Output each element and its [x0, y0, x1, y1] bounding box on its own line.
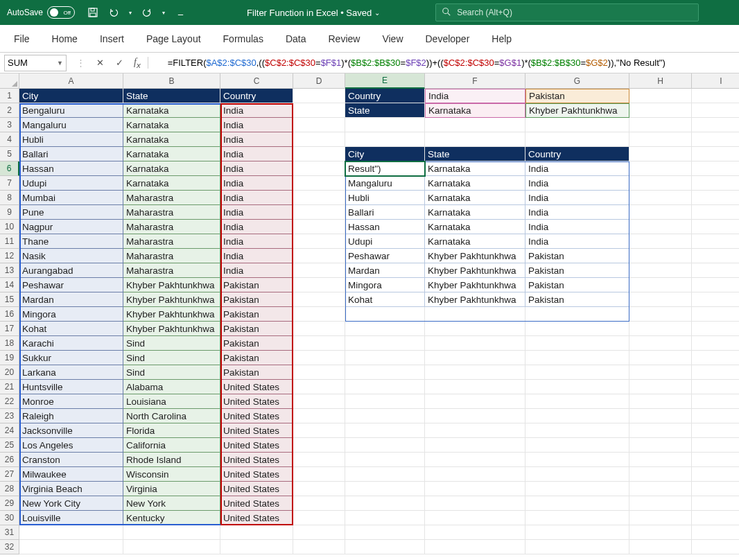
row-header-31[interactable]: 31 [0, 525, 19, 540]
cell-C31[interactable] [220, 525, 293, 540]
document-title[interactable]: Filter Function in Excel • Saved ⌄ [247, 8, 380, 18]
save-icon[interactable] [87, 7, 98, 18]
column-header-G[interactable]: G [525, 73, 629, 89]
cell-A25[interactable]: Los Angeles [19, 438, 123, 453]
enter-icon[interactable]: ✓ [114, 58, 124, 68]
cell-G21[interactable] [525, 380, 629, 394]
cell-E12[interactable]: Peshawar [345, 249, 425, 263]
cell-H25[interactable] [629, 438, 692, 453]
cell-G14[interactable]: Pakistan [525, 278, 629, 292]
cell-G8[interactable]: India [525, 191, 629, 205]
cell-H18[interactable] [629, 336, 692, 351]
cell-E26[interactable] [345, 453, 425, 467]
cell-I19[interactable] [692, 351, 739, 365]
cell-I23[interactable] [692, 409, 739, 423]
cell-D23[interactable] [293, 409, 345, 423]
cell-B5[interactable]: Karnataka [123, 147, 220, 161]
cell-B20[interactable]: Sind [123, 365, 220, 380]
row-header-1[interactable]: 1 [0, 89, 19, 103]
cell-B8[interactable]: Maharastra [123, 191, 220, 205]
row-header-15[interactable]: 15 [0, 292, 19, 307]
cell-A7[interactable]: Udupi [19, 176, 123, 191]
cell-D32[interactable] [293, 540, 345, 554]
cell-F22[interactable] [425, 394, 525, 409]
cell-H3[interactable] [629, 118, 692, 132]
cell-D27[interactable] [293, 467, 345, 482]
cell-H23[interactable] [629, 409, 692, 423]
cell-F27[interactable] [425, 467, 525, 482]
cell-C19[interactable]: Pakistan [220, 351, 293, 365]
row-header-7[interactable]: 7 [0, 176, 19, 191]
column-header-D[interactable]: D [293, 73, 345, 89]
cell-G32[interactable] [525, 540, 629, 554]
cell-F12[interactable]: Khyber Pakhtunkhwa [425, 249, 525, 263]
cell-D13[interactable] [293, 263, 345, 278]
cell-H2[interactable] [629, 103, 692, 118]
cell-E15[interactable]: Kohat [345, 292, 425, 307]
cell-B26[interactable]: Rhode Island [123, 453, 220, 467]
cell-C25[interactable]: United States [220, 438, 293, 453]
cell-F25[interactable] [425, 438, 525, 453]
cell-D19[interactable] [293, 351, 345, 365]
cell-F6[interactable]: Karnataka [425, 161, 525, 176]
cell-B17[interactable]: Khyber Pakhtunkhwa [123, 322, 220, 336]
cell-E29[interactable] [345, 496, 425, 511]
cell-G19[interactable] [525, 351, 629, 365]
cell-C5[interactable]: India [220, 147, 293, 161]
cell-F9[interactable]: Karnataka [425, 205, 525, 220]
row-header-22[interactable]: 22 [0, 394, 19, 409]
cell-E25[interactable] [345, 438, 425, 453]
cell-B15[interactable]: Khyber Pakhtunkhwa [123, 292, 220, 307]
cell-D4[interactable] [293, 132, 345, 147]
row-header-30[interactable]: 30 [0, 511, 19, 525]
cell-D10[interactable] [293, 220, 345, 234]
cell-C21[interactable]: United States [220, 380, 293, 394]
column-header-A[interactable]: A [19, 73, 123, 89]
cell-E11[interactable]: Udupi [345, 234, 425, 249]
cell-I29[interactable] [692, 496, 739, 511]
cell-C14[interactable]: Pakistan [220, 278, 293, 292]
formula-input[interactable]: =FILTER($A$2:$C$30,(($C$2:$C$30=$F$1)*($… [164, 55, 739, 71]
cell-E1[interactable]: Country [345, 89, 425, 103]
cell-E2[interactable]: State [345, 103, 425, 118]
cell-C1[interactable]: Country [220, 89, 293, 103]
cell-D29[interactable] [293, 496, 345, 511]
cell-D2[interactable] [293, 103, 345, 118]
cell-F5[interactable]: State [425, 147, 525, 161]
cell-B23[interactable]: North Carolina [123, 409, 220, 423]
cell-A15[interactable]: Mardan [19, 292, 123, 307]
cell-I20[interactable] [692, 365, 739, 380]
row-header-17[interactable]: 17 [0, 322, 19, 336]
cell-D11[interactable] [293, 234, 345, 249]
cell-D1[interactable] [293, 89, 345, 103]
row-header-12[interactable]: 12 [0, 249, 19, 263]
cell-I15[interactable] [692, 292, 739, 307]
cell-E18[interactable] [345, 336, 425, 351]
cell-H12[interactable] [629, 249, 692, 263]
cell-H19[interactable] [629, 351, 692, 365]
cell-G13[interactable]: Pakistan [525, 263, 629, 278]
row-header-21[interactable]: 21 [0, 380, 19, 394]
cell-E9[interactable]: Ballari [345, 205, 425, 220]
cell-C13[interactable]: India [220, 263, 293, 278]
cell-D26[interactable] [293, 453, 345, 467]
cell-I31[interactable] [692, 525, 739, 540]
cell-I14[interactable] [692, 278, 739, 292]
name-box[interactable]: SUM ▼ [4, 55, 67, 71]
cell-F17[interactable] [425, 322, 525, 336]
cell-E20[interactable] [345, 365, 425, 380]
cell-C20[interactable]: Pakistan [220, 365, 293, 380]
cell-F3[interactable] [425, 118, 525, 132]
column-header-B[interactable]: B [123, 73, 220, 89]
cell-F2[interactable]: Karnataka [425, 103, 525, 118]
cell-A1[interactable]: City [19, 89, 123, 103]
row-header-11[interactable]: 11 [0, 234, 19, 249]
cell-E19[interactable] [345, 351, 425, 365]
cell-I10[interactable] [692, 220, 739, 234]
cell-C16[interactable]: Pakistan [220, 307, 293, 322]
cell-H24[interactable] [629, 423, 692, 438]
cell-G7[interactable]: India [525, 176, 629, 191]
cell-E5[interactable]: City [345, 147, 425, 161]
cell-A17[interactable]: Kohat [19, 322, 123, 336]
cell-E31[interactable] [345, 525, 425, 540]
